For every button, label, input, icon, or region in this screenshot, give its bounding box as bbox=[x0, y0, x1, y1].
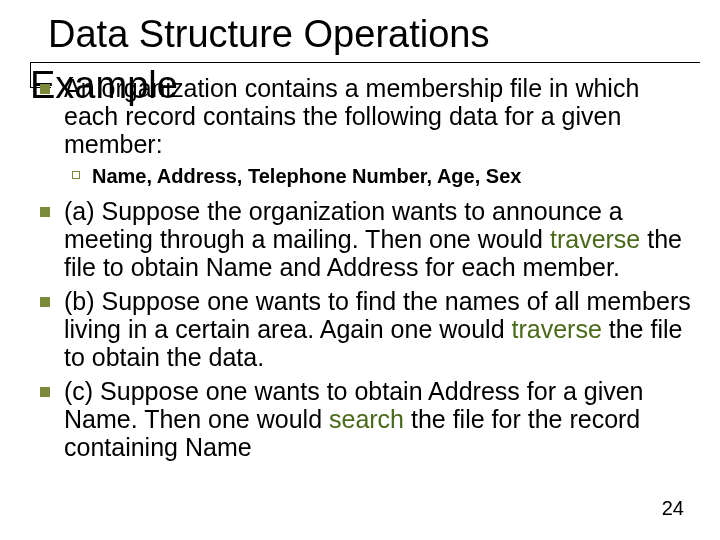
square-bullet-icon bbox=[40, 84, 50, 94]
square-bullet-icon bbox=[40, 297, 50, 307]
square-bullet-icon bbox=[40, 207, 50, 217]
page-number: 24 bbox=[662, 497, 684, 520]
bullet-a-pre: (a) Suppose the organization wants to an… bbox=[64, 197, 623, 253]
body: An organization contains a membership fi… bbox=[34, 74, 694, 467]
bullet-a: (a) Suppose the organization wants to an… bbox=[34, 197, 694, 281]
title-rule-line bbox=[50, 62, 700, 63]
keyword-traverse: traverse bbox=[550, 225, 640, 253]
bullet-intro-text: An organization contains a membership fi… bbox=[64, 74, 639, 158]
bullet-c: (c) Suppose one wants to obtain Address … bbox=[34, 377, 694, 461]
bullet-b: (b) Suppose one wants to find the names … bbox=[34, 287, 694, 371]
slide: Data Structure Operations Example An org… bbox=[0, 0, 720, 540]
sub-bullet-fields-text: Name, Address, Telephone Number, Age, Se… bbox=[92, 165, 521, 187]
keyword-traverse: traverse bbox=[512, 315, 602, 343]
slide-title: Data Structure Operations bbox=[48, 14, 668, 56]
sub-bullet-fields: Name, Address, Telephone Number, Age, Se… bbox=[34, 164, 694, 189]
square-bullet-icon bbox=[40, 387, 50, 397]
keyword-search: search bbox=[329, 405, 404, 433]
bullet-intro: An organization contains a membership fi… bbox=[34, 74, 694, 158]
title-block: Data Structure Operations bbox=[48, 14, 668, 56]
outline-square-bullet-icon bbox=[72, 171, 80, 179]
